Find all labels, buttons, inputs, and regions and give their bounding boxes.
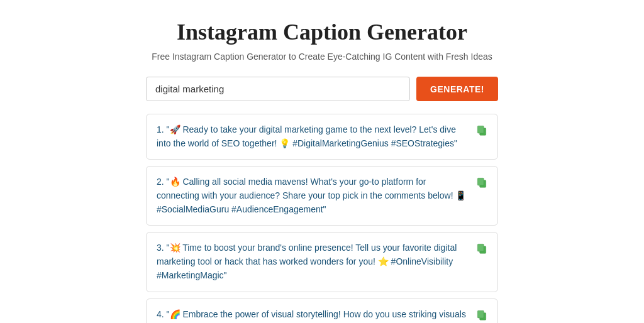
results-container: 1. "🚀 Ready to take your digital marketi… — [146, 114, 498, 323]
copy-icon[interactable] — [475, 308, 489, 322]
result-text: 3. "💥 Time to boost your brand's online … — [157, 241, 469, 282]
result-card: 2. "🔥 Calling all social media mavens! W… — [146, 166, 498, 226]
result-text: 4. "🌈 Embrace the power of visual storyt… — [157, 308, 469, 324]
svg-rect-3 — [477, 178, 484, 186]
svg-rect-7 — [477, 310, 484, 318]
result-card: 1. "🚀 Ready to take your digital marketi… — [146, 114, 498, 160]
search-row: GENERATE! — [146, 77, 498, 101]
result-text: 2. "🔥 Calling all social media mavens! W… — [157, 175, 469, 216]
page-subtitle: Free Instagram Caption Generator to Crea… — [152, 52, 492, 62]
result-card: 4. "🌈 Embrace the power of visual storyt… — [146, 298, 498, 324]
svg-rect-1 — [477, 126, 484, 133]
copy-icon[interactable] — [475, 123, 489, 137]
copy-icon[interactable] — [475, 175, 489, 189]
generate-button[interactable]: GENERATE! — [416, 77, 498, 101]
result-card: 3. "💥 Time to boost your brand's online … — [146, 232, 498, 292]
svg-rect-5 — [477, 244, 484, 252]
page-title: Instagram Caption Generator — [177, 19, 467, 45]
result-text: 1. "🚀 Ready to take your digital marketi… — [157, 123, 469, 150]
search-input[interactable] — [146, 77, 410, 101]
copy-icon[interactable] — [475, 241, 489, 255]
